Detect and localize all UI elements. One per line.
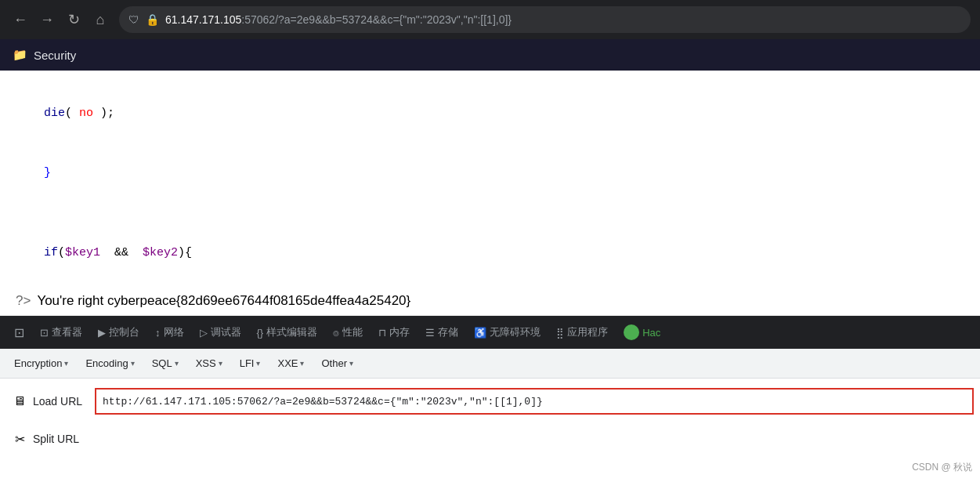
devtools-bar: ⊡ ⊡ 查看器 ▶ 控制台 ↕ 网络 ▷ 调试器 {} 样式编辑器 ⌾ 性能 ⊓… — [0, 316, 980, 349]
encryption-label: Encryption — [14, 357, 62, 369]
xss-label: XSS — [196, 357, 216, 369]
encryption-btn[interactable]: Encryption ▾ — [6, 353, 76, 373]
back-button[interactable]: ← — [9, 9, 31, 31]
debugger-icon: ▷ — [200, 327, 208, 339]
home-button[interactable]: ⌂ — [89, 9, 111, 31]
security-tab[interactable]: 📁 Security — [0, 39, 980, 71]
xxe-btn[interactable]: XXE ▾ — [269, 353, 312, 373]
url-path: :57062/?a=2e9&&b=53724&&c={"m":"2023v","… — [241, 13, 512, 26]
sql-arrow: ▾ — [175, 359, 179, 368]
devtools-memory[interactable]: ⊓ 内存 — [371, 322, 418, 342]
address-text: 61.147.171.105:57062/?a=2e9&&b=53724&&c=… — [165, 13, 961, 26]
php-close-tag: ?> — [16, 293, 31, 309]
hack-icon — [624, 324, 639, 340]
devtools-network[interactable]: ↕ 网络 — [147, 322, 192, 342]
sql-btn[interactable]: SQL ▾ — [144, 353, 186, 373]
load-url-row: 🖥 Load URL — [6, 385, 974, 418]
encoding-label: Encoding — [85, 357, 128, 369]
storage-icon: ☰ — [425, 327, 435, 339]
forward-button[interactable]: → — [36, 9, 58, 31]
refresh-button[interactable]: ↻ — [63, 9, 85, 31]
devtools-selector[interactable]: ⊡ — [6, 322, 32, 343]
xxe-label: XXE — [277, 357, 298, 369]
network-label: 网络 — [164, 325, 184, 339]
network-icon: ↕ — [155, 327, 161, 339]
application-label: 应用程序 — [567, 325, 608, 339]
code-line-1: die( no ); — [16, 83, 964, 143]
memory-icon: ⊓ — [378, 327, 386, 339]
perf-label: 性能 — [342, 325, 363, 339]
perf-icon: ⌾ — [333, 327, 339, 339]
load-url-icon: 🖥 — [11, 393, 28, 410]
lfi-btn[interactable]: LFI ▾ — [232, 353, 269, 373]
split-url-label: Split URL — [33, 433, 79, 445]
devtools-performance[interactable]: ⌾ 性能 — [325, 322, 371, 342]
output-line: ?> You're right cyberpeace{82d69ee67644f… — [0, 290, 980, 316]
debugger-label: 调试器 — [211, 325, 241, 339]
security-tab-label: Security — [34, 49, 76, 62]
devtools-storage[interactable]: ☰ 存储 — [418, 322, 466, 342]
devtools-debugger[interactable]: ▷ 调试器 — [192, 322, 249, 342]
load-url-label: Load URL — [33, 395, 82, 408]
sql-label: SQL — [152, 357, 172, 369]
accessibility-label: 无障碍环境 — [490, 325, 541, 339]
storage-label: 存储 — [438, 325, 458, 339]
lock-icon: 🔒 — [146, 13, 159, 26]
address-bar[interactable]: 🛡 🔒 61.147.171.105:57062/?a=2e9&&b=53724… — [119, 6, 971, 33]
devtools-hack[interactable]: Hac — [616, 321, 668, 343]
encoding-btn[interactable]: Encoding ▾ — [78, 353, 142, 373]
cursor-icon: ⊡ — [14, 325, 24, 340]
load-url-button[interactable]: 🖥 Load URL — [6, 390, 87, 413]
csdn-watermark: CSDN @ 秋说 — [912, 461, 972, 474]
encryption-arrow: ▾ — [64, 359, 68, 368]
code-line-5: include "Hgfks.php"; — [16, 283, 964, 290]
split-url-button[interactable]: ✂ Split URL — [6, 427, 85, 451]
other-label: Other — [321, 357, 347, 369]
url-input[interactable] — [95, 388, 974, 415]
style-label: 样式编辑器 — [266, 325, 317, 339]
accessibility-icon: ♿ — [474, 327, 486, 339]
devtools-console[interactable]: ▶ 控制台 — [90, 322, 147, 342]
devtools-application[interactable]: ⣿ 应用程序 — [548, 322, 616, 342]
url-host: 61.147.171.105 — [165, 13, 241, 26]
xss-arrow: ▾ — [219, 359, 222, 368]
console-icon: ▶ — [98, 327, 106, 339]
code-line-3 — [16, 203, 964, 223]
console-label: 控制台 — [109, 325, 139, 339]
url-panel: 🖥 Load URL ✂ Split URL — [0, 379, 980, 482]
split-url-row: ✂ Split URL — [6, 424, 974, 454]
browser-chrome: ← → ↻ ⌂ 🛡 🔒 61.147.171.105:57062/?a=2e9&… — [0, 0, 980, 39]
memory-label: 内存 — [389, 325, 410, 339]
xxe-arrow: ▾ — [300, 359, 304, 368]
code-area: die( no ); } if($key1 && $key2){ include… — [0, 71, 980, 290]
toolbar: Encryption ▾ Encoding ▾ SQL ▾ XSS ▾ LFI … — [0, 349, 980, 379]
lfi-label: LFI — [240, 357, 255, 369]
lfi-arrow: ▾ — [256, 359, 260, 368]
code-line-2: } — [16, 143, 964, 204]
nav-buttons: ← → ↻ ⌂ — [9, 9, 111, 31]
split-url-icon: ✂ — [11, 430, 28, 448]
output-text: You're right cyberpeace{82d69ee67644f081… — [37, 293, 410, 309]
encoding-arrow: ▾ — [131, 359, 135, 368]
shield-icon: 🛡 — [128, 13, 139, 26]
viewer-label: 查看器 — [52, 325, 82, 339]
hack-label: Hac — [642, 327, 660, 339]
devtools-accessibility[interactable]: ♿ 无障碍环境 — [466, 322, 548, 342]
style-icon: {} — [257, 327, 264, 339]
xss-btn[interactable]: XSS ▾ — [188, 353, 230, 373]
folder-icon: 📁 — [13, 48, 27, 62]
application-icon: ⣿ — [556, 327, 564, 339]
other-arrow: ▾ — [349, 359, 353, 368]
devtools-viewer[interactable]: ⊡ 查看器 — [32, 322, 90, 342]
viewer-icon: ⊡ — [40, 327, 49, 339]
other-btn[interactable]: Other ▾ — [313, 353, 361, 373]
code-line-4: if($key1 && $key2){ — [16, 223, 964, 284]
devtools-style-editor[interactable]: {} 样式编辑器 — [249, 322, 326, 342]
